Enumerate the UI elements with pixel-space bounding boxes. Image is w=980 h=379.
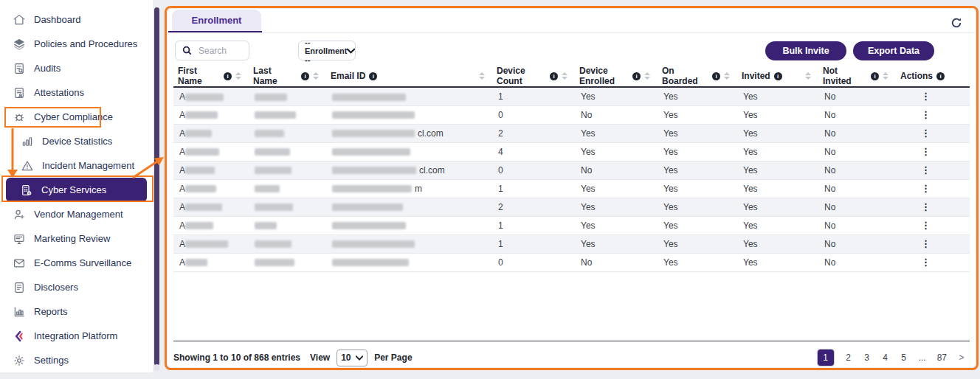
sort-arrows-icon[interactable]: [313, 72, 319, 80]
sort-arrows-icon[interactable]: [883, 72, 888, 80]
sidebar-item-device-statistics[interactable]: Device Statistics: [0, 129, 153, 153]
sidebar-item-incident-management[interactable]: Incident Management: [0, 153, 153, 178]
enrollment-filter-select[interactable]: -- Enrollment --: [298, 41, 356, 60]
sort-arrows-icon[interactable]: [805, 72, 811, 80]
layers-icon: [12, 37, 26, 51]
cell-first-name: A: [173, 142, 249, 161]
info-icon[interactable]: i: [369, 72, 377, 80]
column-label: Email ID: [331, 71, 365, 81]
pagination-page-4[interactable]: 4: [882, 352, 889, 363]
redacted-text: [185, 240, 228, 248]
vertical-ellipsis-icon[interactable]: ⋮: [902, 183, 931, 194]
cell-device-count: 0: [492, 105, 575, 124]
cell-email: cl.com: [326, 124, 492, 142]
cell-device-enrolled: Yes: [575, 198, 658, 216]
column-label: Device Enrolled: [579, 66, 629, 86]
enrollment-panel: Enrollment -- Enrollment -- Bulk Invite …: [168, 9, 976, 367]
vertical-ellipsis-icon[interactable]: ⋮: [902, 91, 931, 102]
sidebar-item-audits[interactable]: Audits: [0, 56, 153, 80]
cell-device-count: 1: [492, 216, 575, 234]
tab-enrollment[interactable]: Enrollment: [172, 10, 261, 31]
redacted-text: [185, 222, 213, 229]
column-header-invited[interactable]: Invitedi: [737, 66, 818, 87]
cell-email: [326, 234, 492, 253]
cell-actions: ⋮: [896, 179, 970, 198]
sidebar-item-attestations[interactable]: Attestations: [0, 80, 153, 105]
info-icon[interactable]: i: [550, 72, 558, 80]
sidebar-item-marketing-review[interactable]: Marketing Review: [0, 226, 153, 251]
sort-arrows-icon[interactable]: [235, 72, 241, 80]
info-icon[interactable]: i: [301, 72, 309, 80]
sidebar-item-label: Attestations: [34, 87, 84, 98]
column-header-device-enrolled[interactable]: Device Enrolledi: [575, 66, 658, 87]
vertical-scrollbar[interactable]: [154, 7, 159, 366]
report-chart-icon: [12, 305, 26, 319]
cell-device-enrolled: Yes: [575, 142, 658, 161]
column-header-device-count[interactable]: Device Counti: [492, 66, 575, 87]
pagination-page-87[interactable]: 87: [937, 352, 947, 363]
vertical-ellipsis-icon[interactable]: ⋮: [902, 201, 931, 212]
vertical-ellipsis-icon[interactable]: ⋮: [902, 109, 931, 120]
info-icon[interactable]: i: [936, 72, 945, 80]
vertical-ellipsis-icon[interactable]: ⋮: [902, 257, 931, 268]
column-header-email-id[interactable]: Email IDi: [326, 66, 492, 87]
bulk-invite-button[interactable]: Bulk Invite: [765, 41, 846, 60]
redacted-text: [332, 148, 410, 156]
sort-arrows-icon[interactable]: [562, 72, 567, 80]
per-page-select[interactable]: 10: [337, 350, 368, 366]
vertical-ellipsis-icon[interactable]: ⋮: [902, 220, 931, 231]
sidebar-item-vendor-management[interactable]: Vendor Management: [0, 202, 153, 226]
sidebar-item-dashboard[interactable]: Dashboard: [0, 7, 153, 32]
cell-invited: Yes: [737, 161, 818, 179]
cell-actions: ⋮: [896, 198, 970, 216]
search-box[interactable]: [175, 41, 249, 60]
cell-actions: ⋮: [896, 142, 970, 161]
vertical-ellipsis-icon[interactable]: ⋮: [902, 238, 931, 249]
cell-on-boarded: Yes: [658, 124, 737, 142]
sidebar-item-e-comms-surveillance[interactable]: E-Comms Surveillance: [0, 251, 153, 275]
monitor-icon: [12, 232, 26, 246]
envelope-icon: [12, 256, 26, 270]
table-row: Acl.com2YesYesYesNo⋮: [173, 124, 970, 142]
sidebar-item-settings[interactable]: Settings: [0, 348, 153, 372]
info-icon[interactable]: i: [712, 72, 720, 80]
sort-arrows-icon[interactable]: [644, 72, 650, 80]
pagination-next[interactable]: >: [958, 352, 965, 363]
column-header-last-name[interactable]: Last Namei: [249, 66, 326, 87]
sidebar-item-label: Reports: [34, 306, 68, 317]
sidebar-item-reports[interactable]: Reports: [0, 299, 153, 324]
refresh-icon[interactable]: [950, 17, 962, 29]
cell-first-name: A: [173, 198, 249, 216]
cell-email: [326, 142, 492, 161]
sort-arrows-icon[interactable]: [724, 72, 730, 80]
cell-actions: ⋮: [896, 253, 970, 271]
sidebar-item-integration-platform[interactable]: Integration Platform: [0, 324, 153, 348]
info-icon[interactable]: i: [774, 72, 782, 80]
search-input[interactable]: [197, 45, 246, 57]
cell-email: [326, 253, 492, 271]
pagination-page-3[interactable]: 3: [863, 352, 871, 363]
cell-device-enrolled: No: [575, 161, 658, 179]
sort-arrows-icon[interactable]: [479, 72, 485, 80]
export-data-button[interactable]: Export Data: [853, 41, 934, 60]
vertical-ellipsis-icon[interactable]: ⋮: [902, 146, 931, 157]
info-icon[interactable]: i: [871, 72, 879, 80]
pagination-page-5[interactable]: 5: [900, 352, 908, 363]
info-icon[interactable]: i: [632, 72, 641, 80]
sidebar-item-policies-and-procedures[interactable]: Policies and Procedures: [0, 32, 153, 56]
sidebar-item-disclosers[interactable]: Disclosers: [0, 275, 153, 299]
column-header-not-invited[interactable]: Not Invitedi: [818, 66, 896, 87]
pagination-page-1[interactable]: 1: [818, 350, 834, 366]
column-header-on-boarded[interactable]: On Boardedi: [658, 66, 737, 87]
sidebar-item-label: Audits: [34, 63, 61, 74]
scrollbar-track-end: [154, 364, 159, 371]
cell-on-boarded: Yes: [658, 105, 737, 124]
redacted-text: [332, 259, 409, 266]
info-icon[interactable]: i: [224, 72, 232, 80]
column-header-first-name[interactable]: First Namei: [173, 66, 249, 87]
vertical-ellipsis-icon[interactable]: ⋮: [902, 164, 931, 175]
cell-email: [326, 198, 492, 216]
pagination-page-2[interactable]: 2: [845, 352, 852, 363]
vertical-ellipsis-icon[interactable]: ⋮: [902, 128, 931, 139]
cell-device-enrolled: Yes: [575, 234, 658, 253]
